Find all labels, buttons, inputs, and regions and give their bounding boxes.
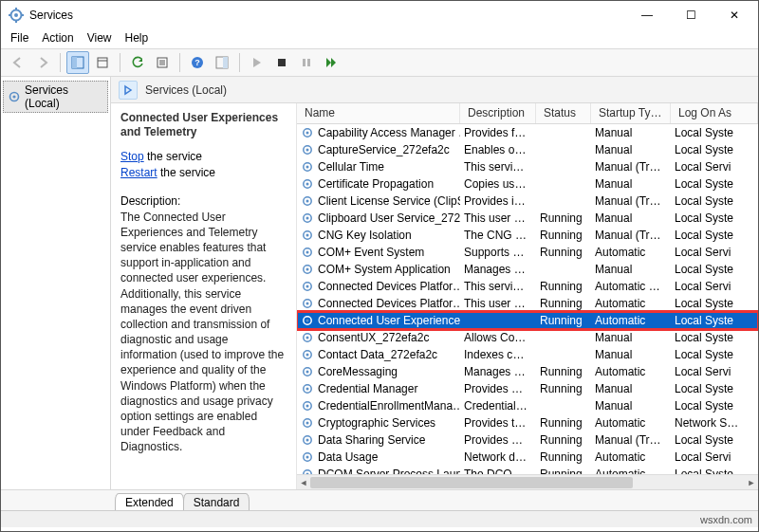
nav-back-button[interactable] <box>7 51 29 74</box>
service-status: Running <box>536 280 591 293</box>
service-row[interactable]: COM+ System ApplicationManages th…Manual… <box>297 261 758 278</box>
service-row[interactable]: Connected Devices Platfor…This user ser…… <box>297 295 758 312</box>
service-name: DCOM Server Process Laun… <box>318 468 460 474</box>
service-logon: Local Syste <box>671 468 758 474</box>
toolbar-separator <box>179 53 180 72</box>
service-name: Connected Devices Platfor… <box>318 280 460 293</box>
service-row[interactable]: Data UsageNetwork dat…RunningAutomaticLo… <box>297 449 758 466</box>
service-name: CoreMessaging <box>318 365 398 378</box>
gear-icon <box>301 177 314 191</box>
service-logon: Local Syste <box>671 399 758 413</box>
service-startup-type: Automatic <box>591 468 671 474</box>
service-row[interactable]: Data Sharing ServiceProvides da…RunningM… <box>297 431 758 449</box>
services-list[interactable]: Name Description Status Startup Type Log… <box>297 103 758 489</box>
service-name: Clipboard User Service_272e… <box>318 211 460 225</box>
service-logon: Network S… <box>671 416 758 430</box>
col-log-on-as[interactable]: Log On As <box>671 103 758 123</box>
menu-file[interactable]: File <box>10 31 28 45</box>
service-startup-type: Manual (Trig… <box>591 433 671 447</box>
service-row[interactable]: ConsentUX_272efa2cAllows Con…ManualLocal… <box>297 329 758 346</box>
stop-link[interactable]: Stop <box>120 150 144 163</box>
tab-standard[interactable]: Standard <box>183 493 250 510</box>
services-app-icon <box>9 8 24 23</box>
svg-point-46 <box>306 320 309 322</box>
restart-service-button[interactable] <box>320 51 342 74</box>
service-row[interactable]: Client License Service (ClipS…Provides i… <box>297 193 758 210</box>
service-row[interactable]: Capability Access Manager …Provides fac…… <box>297 124 758 141</box>
service-description: Provides da… <box>460 433 536 447</box>
restart-link[interactable]: Restart <box>120 166 157 179</box>
nav-forward-button[interactable] <box>31 51 54 74</box>
properties-button[interactable] <box>151 51 174 74</box>
window-minimize[interactable]: — <box>625 1 669 29</box>
pause-service-button[interactable] <box>295 51 318 74</box>
svg-point-26 <box>306 149 309 152</box>
tree-root-services-local[interactable]: Services (Local) <box>3 81 108 113</box>
service-name: Cellular Time <box>318 160 384 174</box>
service-row[interactable]: DCOM Server Process Laun…The DCOML…Runni… <box>297 466 758 474</box>
svg-point-62 <box>306 456 309 459</box>
scroll-thumb[interactable] <box>310 477 633 488</box>
window-maximize[interactable]: ☐ <box>669 1 713 29</box>
toolbar-separator <box>120 53 120 72</box>
stop-service-button[interactable] <box>270 51 293 74</box>
service-description: This user ser… <box>460 211 536 225</box>
col-description[interactable]: Description <box>460 103 536 123</box>
gear-icon <box>301 160 314 174</box>
service-row[interactable]: Cryptographic ServicesProvides thr…Runni… <box>297 414 758 431</box>
svg-point-24 <box>306 132 309 135</box>
statusbar-text: wsxdn.com <box>700 514 752 525</box>
scroll-left-arrow[interactable]: ◄ <box>297 475 310 489</box>
toolbar-separator <box>60 53 61 72</box>
horizontal-scrollbar[interactable]: ◄ ► <box>297 474 758 489</box>
menu-view[interactable]: View <box>87 31 112 45</box>
action-pane-button[interactable] <box>211 51 233 74</box>
start-service-button[interactable] <box>246 51 268 74</box>
scroll-right-arrow[interactable]: ► <box>745 475 758 489</box>
service-status: Running <box>536 416 591 430</box>
service-startup-type: Automatic <box>591 246 671 259</box>
service-startup-type: Manual <box>591 263 671 276</box>
service-row[interactable]: CNG Key IsolationThe CNG ke…RunningManua… <box>297 227 758 244</box>
service-row[interactable]: Certificate PropagationCopies user …Manu… <box>297 175 758 193</box>
service-row[interactable]: Credential ManagerProvides se…RunningMan… <box>297 380 758 397</box>
service-logon: Local Syste <box>671 177 758 191</box>
service-row[interactable]: Cellular TimeThis service …Manual (Trig…… <box>297 158 758 175</box>
col-startup-type[interactable]: Startup Type <box>591 103 671 123</box>
window-close[interactable]: ✕ <box>713 1 756 29</box>
service-row[interactable]: CaptureService_272efa2cEnables opti…Manu… <box>297 141 758 158</box>
menu-help[interactable]: Help <box>125 31 149 45</box>
service-row[interactable]: CredentialEnrollmentMana…Credential E…Ma… <box>297 397 758 414</box>
help-button[interactable]: ? <box>186 51 209 74</box>
service-row[interactable]: Clipboard User Service_272e…This user se… <box>297 210 758 227</box>
show-hide-tree-button[interactable] <box>66 51 89 74</box>
service-status: Running <box>536 297 591 310</box>
gear-icon <box>301 365 314 378</box>
svg-rect-20 <box>307 59 310 66</box>
service-row[interactable]: Contact Data_272efa2cIndexes con…ManualL… <box>297 346 758 363</box>
gear-icon <box>301 331 314 344</box>
refresh-button[interactable] <box>126 51 149 74</box>
export-list-button[interactable] <box>91 51 114 74</box>
console-tree[interactable]: Services (Local) <box>1 77 111 489</box>
svg-point-22 <box>12 95 15 98</box>
service-description: Manages co… <box>460 365 536 378</box>
col-name[interactable]: Name <box>297 103 460 123</box>
titlebar: Services — ☐ ✕ <box>1 1 758 29</box>
service-description: Manages th… <box>460 263 536 276</box>
col-status[interactable]: Status <box>536 103 591 123</box>
tab-extended[interactable]: Extended <box>115 493 184 510</box>
service-row[interactable]: Connected User Experiences and Telemetry… <box>297 312 758 329</box>
service-name: Connected Devices Platfor… <box>318 297 460 310</box>
service-row[interactable]: COM+ Event SystemSupports Sy…RunningAuto… <box>297 244 758 261</box>
menu-action[interactable]: Action <box>42 31 73 45</box>
service-row[interactable]: CoreMessagingManages co…RunningAutomatic… <box>297 363 758 380</box>
service-startup-type: Manual (Trig… <box>591 229 671 242</box>
column-headers[interactable]: Name Description Status Startup Type Log… <box>297 103 758 124</box>
service-name: ConsentUX_272efa2c <box>318 331 429 344</box>
service-description: Network dat… <box>460 450 536 464</box>
service-description: Copies user … <box>460 177 536 191</box>
stop-link-suffix: the service <box>144 150 202 163</box>
service-status: Running <box>536 211 591 225</box>
service-row[interactable]: Connected Devices Platfor…This service …… <box>297 278 758 295</box>
